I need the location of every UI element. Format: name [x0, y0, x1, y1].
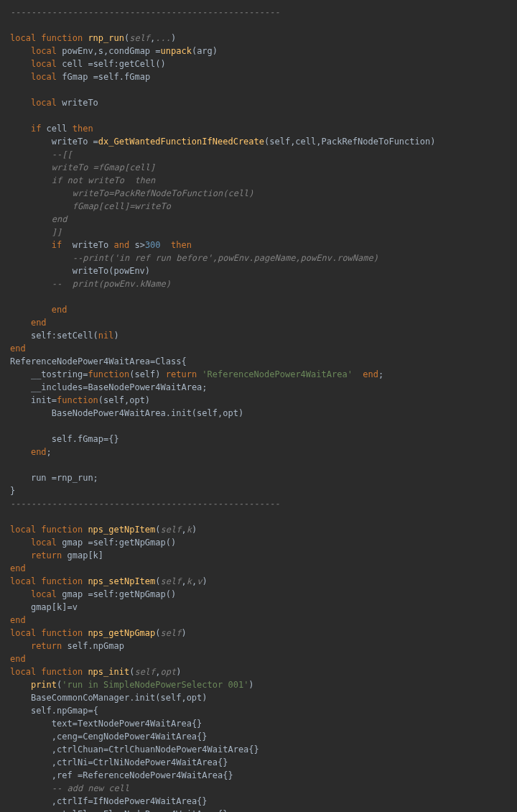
code-line[interactable]: local function nps_getNpItem(self,k) — [10, 525, 197, 535]
code-line[interactable]: ,ctrlChuan=CtrlChuanNodePower4WaitArea{} — [10, 744, 259, 755]
token-nm: ,ctrlElse — [52, 809, 98, 812]
code-line[interactable]: local function nps_getNpGmap(self) — [10, 628, 187, 638]
token-fn: print — [31, 680, 57, 690]
token-pun: ) — [176, 667, 181, 677]
code-line[interactable]: writeTo(powEnv) — [10, 266, 150, 276]
code-line[interactable]: gmap[k]=v — [10, 602, 78, 612]
token-cmt: writeTo =fGmap[cell] — [52, 162, 156, 172]
token-nm: self.npGmap — [67, 641, 124, 651]
token-nm: { — [93, 706, 98, 716]
code-line[interactable]: return self.npGmap — [10, 641, 124, 651]
token-fn: rnp_run — [88, 33, 124, 43]
token-par: self — [129, 33, 150, 43]
code-line[interactable]: ,ctrlIf=IfNodePower4WaitArea{} — [10, 796, 208, 806]
code-line[interactable]: end; — [10, 447, 52, 457]
token-nm: BaseCommonCoManager.init(self,opt) — [31, 693, 208, 703]
code-line[interactable]: ,ctrlNi=CtrlNiNodePower4WaitArea{} — [10, 757, 228, 767]
code-line[interactable]: ]] — [10, 227, 62, 237]
code-line[interactable]: self.fGmap={} — [10, 434, 119, 444]
token-nm: gmap[k] — [67, 550, 103, 560]
token-nm: cell — [47, 124, 73, 134]
token-op: = — [88, 757, 93, 767]
code-line[interactable]: end — [10, 318, 47, 328]
token-kw: function — [88, 369, 129, 379]
token-kw: end — [10, 654, 26, 664]
token-op: = — [98, 809, 103, 812]
code-line[interactable]: ,ref =ReferenceNodePower4WaitArea{} — [10, 770, 233, 780]
token-op: = — [93, 72, 98, 82]
code-line[interactable]: local fGmap =self.fGmap — [10, 72, 150, 82]
token-nm: fGmap — [62, 72, 93, 82]
code-line[interactable]: writeTo=PackRefNodeToFunction(cell) — [10, 188, 254, 198]
code-line[interactable]: local powEnv,s,condGmap =unpack(arg) — [10, 46, 218, 56]
code-line[interactable]: end — [10, 343, 26, 354]
code-line[interactable]: --[[ — [10, 149, 73, 160]
code-line[interactable]: } — [10, 486, 15, 496]
code-line[interactable]: if not writeTo then — [10, 175, 155, 185]
code-line[interactable]: local function nps_init(self,opt) — [10, 667, 181, 677]
token-fn: unpack — [161, 46, 192, 56]
token-nm: ElseNodePower4WaitArea{} — [103, 809, 228, 812]
token-pun: (self,opt) — [98, 395, 150, 405]
code-line[interactable]: ----------------------------------------… — [10, 499, 280, 509]
code-line[interactable]: __includes=BaseNodePower4WaitArea; — [10, 382, 208, 392]
code-line[interactable]: __tostring=function(self) return 'Refere… — [10, 369, 383, 379]
token-pun: ( — [155, 628, 160, 638]
token-nm: CengNodePower4WaitArea{} — [83, 732, 207, 742]
token-nm: Class{ — [155, 356, 186, 366]
code-line[interactable]: local function rnp_run(self,...) — [10, 33, 176, 43]
token-nm: ,ctrlChuan — [52, 744, 103, 755]
token-kw: end — [10, 615, 26, 625]
code-line[interactable]: -- add new cell — [10, 783, 129, 793]
code-line[interactable]: local writeTo — [10, 98, 98, 108]
code-line[interactable]: return gmap[k] — [10, 550, 103, 560]
token-cmt: writeTo=PackRefNodeToFunction(cell) — [73, 188, 254, 198]
token-fn: nps_init — [88, 667, 129, 677]
code-line[interactable]: writeTo =fGmap[cell] — [10, 162, 155, 172]
code-line[interactable]: if cell then — [10, 124, 93, 134]
code-line[interactable]: end — [10, 615, 26, 625]
token-fn: nps_getNpGmap — [88, 628, 155, 638]
code-line[interactable]: ----------------------------------------… — [10, 7, 280, 17]
token-nm: self.fGmap — [98, 72, 150, 82]
token-nm: writeTo — [73, 240, 114, 250]
token-op: = — [52, 395, 57, 405]
code-line[interactable]: self.npGmap={ — [10, 706, 98, 716]
code-line[interactable]: if writeTo and s>300 then — [10, 240, 192, 250]
token-op: = — [88, 59, 93, 69]
code-line[interactable]: run =rnp_run; — [10, 473, 98, 483]
token-cmt: end — [52, 214, 67, 224]
code-line[interactable]: end — [10, 654, 26, 664]
token-nm: ) — [114, 331, 119, 341]
code-line[interactable]: local gmap =self:getNpGmap() — [10, 589, 176, 599]
token-par: ... — [155, 33, 171, 43]
token-pun: (self,cell,PackRefNodeToFunction) — [264, 137, 435, 147]
code-line[interactable]: ,ceng=CengNodePower4WaitArea{} — [10, 732, 208, 742]
token-kw: end — [10, 563, 26, 573]
code-line[interactable]: writeTo =dx_GetWantedFunctionIfNeedCreat… — [10, 137, 435, 147]
code-line[interactable]: local cell =self:getCell() — [10, 59, 166, 69]
code-line[interactable]: fGmap[cell]=writeTo — [10, 201, 171, 211]
code-line[interactable]: -- print(powEnv.kName) — [10, 279, 171, 289]
code-line[interactable]: ReferenceNodePower4WaitArea=Class{ — [10, 356, 187, 366]
token-par: k — [187, 525, 192, 535]
code-line[interactable]: print('run in SimpleNodePowerSelector 00… — [10, 680, 254, 690]
code-line[interactable]: --print('in ref run before',powEnv.pageN… — [10, 253, 378, 263]
token-nm: BaseNodePower4WaitArea; — [88, 382, 207, 392]
code-line[interactable]: end — [10, 214, 67, 224]
code-line[interactable]: local function nps_setNpItem(self,k,v) — [10, 576, 208, 586]
code-line[interactable]: BaseCommonCoManager.init(self,opt) — [10, 693, 208, 703]
token-nm: self:getCell() — [93, 59, 166, 69]
code-line[interactable]: init=function(self,opt) — [10, 395, 150, 405]
code-line[interactable]: end — [10, 563, 26, 573]
token-nm: IfNodePower4WaitArea{} — [93, 796, 208, 806]
code-editor-content[interactable]: ----------------------------------------… — [0, 0, 517, 812]
code-line[interactable]: text=TextNodePower4WaitArea{} — [10, 719, 202, 729]
token-nm: self:getNpGmap() — [93, 538, 177, 548]
code-line[interactable]: self:setCell(nil) — [10, 331, 119, 341]
code-line[interactable]: end — [10, 305, 67, 315]
token-str: 'run in SimpleNodePowerSelector 001' — [62, 680, 248, 690]
code-line[interactable]: local gmap =self:getNpGmap() — [10, 538, 176, 548]
code-line[interactable]: ,ctrlElse=ElseNodePower4WaitArea{} — [10, 809, 228, 812]
code-line[interactable]: BaseNodePower4WaitArea.init(self,opt) — [10, 408, 243, 418]
